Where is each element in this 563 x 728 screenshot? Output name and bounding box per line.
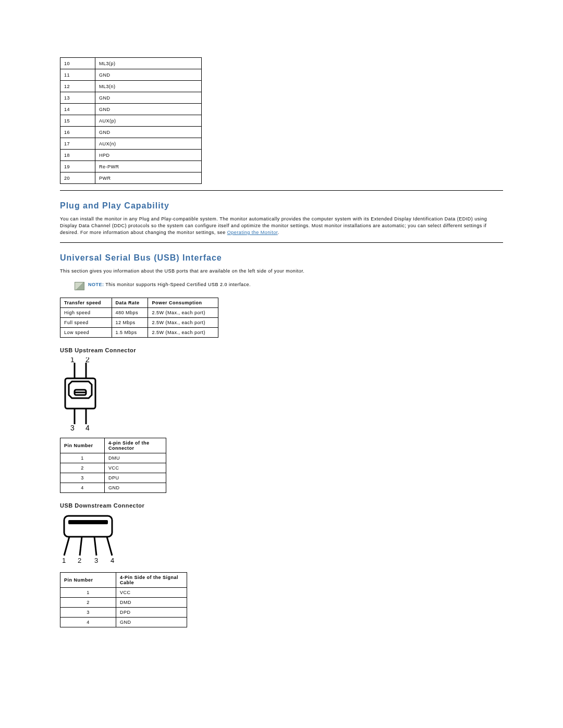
usb-upstream-table: Pin Number 4-pin Side of the Connector 1…	[60, 438, 166, 493]
table-row: 11GND	[60, 69, 202, 81]
usb-downstream-table: Pin Number 4-Pin Side of the Signal Cabl…	[60, 572, 187, 627]
table-row: Low speed1.5 Mbps2.5W (Max., each port)	[60, 328, 218, 338]
pin-assignment-table: 10ML3(p)11GND12ML3(n)13GND14GND15AUX(p)1…	[60, 57, 202, 184]
svg-text:2: 2	[85, 357, 90, 364]
usb-upstream-figure: 1 2 3 4	[60, 357, 503, 430]
svg-text:1: 1	[70, 357, 75, 364]
usb-speed-table: Transfer speed Data Rate Power Consumpti…	[60, 298, 218, 338]
col-signal-cable: 4-Pin Side of the Signal Cable	[116, 573, 187, 588]
table-row: 3DPU	[60, 473, 166, 483]
svg-line-13	[80, 537, 82, 556]
table-row: 3DPD	[60, 608, 187, 618]
table-row: 12ML3(n)	[60, 81, 202, 92]
operating-monitor-link[interactable]: Operating the Monitor	[227, 230, 278, 235]
col-transfer-speed: Transfer speed	[60, 298, 112, 308]
table-row: 4GND	[60, 618, 187, 627]
table-row: 10ML3(p)	[60, 58, 202, 69]
svg-line-14	[94, 537, 96, 556]
table-row: 13GND	[60, 92, 202, 104]
col-pin-number: Pin Number	[60, 438, 105, 453]
usb-intro: This section gives you information about…	[60, 268, 503, 275]
col-connector-side: 4-pin Side of the Connector	[105, 438, 166, 453]
svg-text:4: 4	[85, 424, 90, 430]
table-row: 1VCC	[60, 588, 187, 598]
usb-upstream-heading: USB Upstream Connector	[60, 347, 503, 353]
svg-text:1: 1	[62, 557, 66, 564]
usb-heading: Universal Serial Bus (USB) Interface	[60, 253, 503, 263]
note-body: This monitor supports High-Speed Certifi…	[104, 282, 251, 287]
plug-and-play-body: You can install the monitor in any Plug …	[60, 216, 503, 236]
table-row: 15AUX(p)	[60, 115, 202, 127]
table-row: Full speed12 Mbps2.5W (Max., each port)	[60, 318, 218, 328]
svg-text:2: 2	[78, 557, 82, 564]
table-row: 14GND	[60, 104, 202, 115]
usb-downstream-figure: 1 2 3 4	[60, 513, 503, 565]
col-data-rate: Data Rate	[112, 298, 148, 308]
usb-downstream-heading: USB Downstream Connector	[60, 502, 503, 509]
note: NOTE: This monitor supports High-Speed C…	[75, 282, 503, 290]
table-row: High speed480 Mbps2.5W (Max., each port)	[60, 308, 218, 318]
period: .	[278, 230, 279, 235]
table-row: 4GND	[60, 483, 166, 493]
svg-text:3: 3	[70, 424, 75, 430]
table-row: 18HPD	[60, 150, 202, 161]
svg-line-15	[107, 537, 112, 556]
col-power: Power Consumption	[148, 298, 218, 308]
table-row: 2DMD	[60, 598, 187, 608]
note-icon	[75, 282, 84, 290]
table-row: 2VCC	[60, 463, 166, 473]
col-pin-number: Pin Number	[60, 573, 116, 588]
svg-line-12	[64, 537, 69, 556]
table-row: 1DMU	[60, 453, 166, 463]
svg-rect-11	[68, 520, 108, 524]
note-label: NOTE:	[88, 282, 104, 287]
table-row: 17AUX(n)	[60, 138, 202, 150]
svg-text:4: 4	[111, 557, 115, 564]
table-row: 16GND	[60, 127, 202, 138]
section-divider	[60, 190, 503, 191]
svg-rect-10	[64, 516, 112, 537]
svg-text:3: 3	[94, 557, 99, 564]
section-divider	[60, 242, 503, 243]
table-row: 19Re-PWR	[60, 161, 202, 172]
table-row: 20PWR	[60, 172, 202, 184]
plug-and-play-heading: Plug and Play Capability	[60, 201, 503, 211]
